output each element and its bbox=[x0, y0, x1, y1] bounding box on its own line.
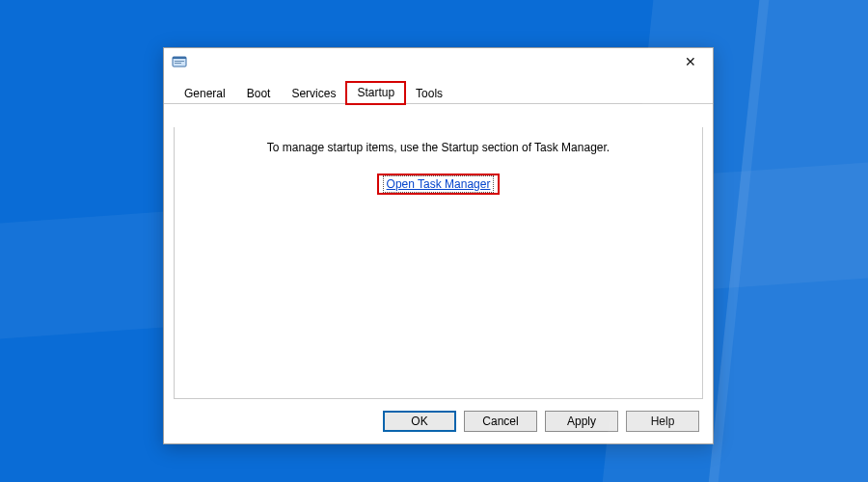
cancel-button[interactable]: Cancel bbox=[464, 411, 537, 432]
link-highlight-box: Open Task Manager bbox=[379, 175, 499, 193]
tab-startup[interactable]: Startup bbox=[346, 82, 405, 104]
ok-button[interactable]: OK bbox=[383, 411, 456, 432]
tab-general[interactable]: General bbox=[174, 83, 236, 104]
tab-boot[interactable]: Boot bbox=[236, 83, 282, 104]
close-button[interactable]: ✕ bbox=[674, 50, 707, 73]
dialog-button-row: OK Cancel Apply Help bbox=[383, 411, 699, 432]
tab-services[interactable]: Services bbox=[281, 83, 346, 104]
desktop-background: ✕ General Boot Services Startup Tools To… bbox=[0, 0, 868, 482]
link-container: Open Task Manager bbox=[175, 175, 702, 193]
svg-rect-2 bbox=[175, 61, 184, 62]
svg-rect-1 bbox=[173, 57, 186, 59]
titlebar: ✕ bbox=[164, 48, 713, 75]
svg-rect-3 bbox=[175, 63, 181, 64]
title-left bbox=[172, 54, 193, 69]
close-icon: ✕ bbox=[685, 55, 696, 68]
tab-strip: General Boot Services Startup Tools bbox=[164, 81, 713, 104]
help-button[interactable]: Help bbox=[626, 411, 699, 432]
startup-tab-page: To manage startup items, use the Startup… bbox=[174, 127, 703, 399]
msconfig-icon bbox=[172, 54, 187, 69]
tab-tools[interactable]: Tools bbox=[405, 83, 453, 104]
startup-message: To manage startup items, use the Startup… bbox=[175, 141, 702, 154]
apply-button[interactable]: Apply bbox=[545, 411, 618, 432]
open-task-manager-link[interactable]: Open Task Manager bbox=[383, 175, 495, 193]
msconfig-window: ✕ General Boot Services Startup Tools To… bbox=[163, 47, 714, 444]
